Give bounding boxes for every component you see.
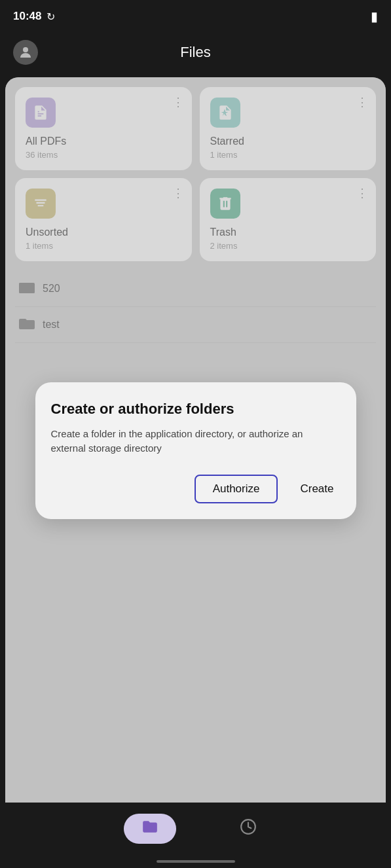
home-indicator [157, 860, 235, 863]
sync-icon: ↻ [47, 10, 55, 23]
nav-recent[interactable] [229, 812, 268, 845]
dialog-body: Create a folder in the application direc… [51, 427, 341, 456]
nav-files[interactable] [124, 814, 176, 844]
recent-nav-icon [240, 818, 257, 839]
status-left: 10:48 ↻ [13, 10, 55, 23]
status-bar: 10:48 ↻ ▮ [0, 0, 391, 33]
battery-icon: ▮ [371, 9, 378, 24]
page-title: Files [180, 44, 210, 61]
bottom-nav [0, 803, 391, 868]
dialog: Create or authorize folders Create a fol… [35, 382, 356, 519]
header: Files [0, 33, 391, 72]
dialog-buttons: Authorize Create [51, 475, 341, 503]
status-time: 10:48 [13, 10, 41, 23]
dialog-title: Create or authorize folders [51, 401, 341, 418]
create-button[interactable]: Create [293, 476, 340, 502]
files-nav-icon [141, 818, 158, 839]
avatar[interactable] [13, 40, 38, 65]
svg-point-0 [23, 47, 28, 52]
main-content: ⋮ All PDFs 36 items ⋮ Starred 1 items ⋮ [5, 77, 386, 823]
authorize-button[interactable]: Authorize [195, 475, 278, 503]
dialog-overlay: Create or authorize folders Create a fol… [5, 77, 386, 823]
